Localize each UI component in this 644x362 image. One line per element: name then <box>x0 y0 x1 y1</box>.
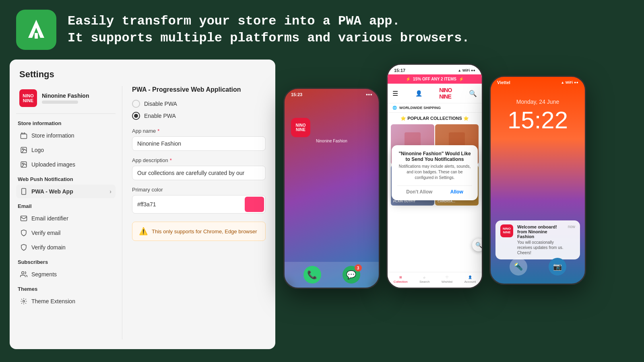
app-name-label: App name * <box>132 128 266 134</box>
phone3-torch-button[interactable]: 🔦 <box>510 258 527 276</box>
primary-color-label: Primary color <box>132 187 266 193</box>
section-label-email: Email <box>16 203 116 209</box>
color-input-wrapper <box>132 195 266 214</box>
required-star: * <box>157 128 159 134</box>
app-description-input[interactable] <box>132 166 266 180</box>
phone3-time: 15:22 <box>491 108 585 132</box>
pwa-icon <box>20 188 27 195</box>
pwa-title: PWA - Progressive Web Application <box>132 86 266 93</box>
store-logo: NINONINE <box>19 89 37 107</box>
app-name-group: App name * <box>132 128 266 151</box>
sidebar-item-verify-email[interactable]: Verify email <box>16 226 116 240</box>
theme-icon <box>20 298 27 305</box>
warning-box: ⚠️ This only supports for Chrome, Edge b… <box>132 222 266 241</box>
sidebar-item-pwa[interactable]: PWA - Web App › <box>16 185 116 198</box>
phone3-date: Monday, 24 June <box>491 99 585 105</box>
phone1-call-button[interactable]: 📞 <box>303 266 321 284</box>
section-web-push: Web Push Notification PWA - Web App › <box>16 176 116 198</box>
warning-icon: ⚠️ <box>139 227 148 236</box>
phone3-camera-button[interactable]: 📷 <box>549 258 566 276</box>
phone2-tab-collection[interactable]: ⊞ Collection <box>394 276 408 284</box>
main-content: Settings NINONINE Ninonine Fashion Store… <box>0 60 644 357</box>
phone2-deny-button[interactable]: Don't Allow <box>406 189 432 195</box>
section-label-store: Store information <box>16 120 116 126</box>
phone1-bottom-bar: 📞 💬 3 <box>285 262 379 288</box>
phone2-tab-search[interactable]: ⌕ Search <box>419 276 429 284</box>
app-name-input[interactable] <box>132 136 266 151</box>
phone1-messages-button[interactable]: 💬 3 <box>343 266 360 284</box>
svg-rect-7 <box>22 189 26 195</box>
phone3-notif-time: now <box>568 224 575 229</box>
sidebar-item-store-information[interactable]: Store information <box>16 129 116 142</box>
phone2-status-icons: ▲ WiFi ●● <box>458 68 475 72</box>
hamburger-icon[interactable]: ☰ <box>392 90 398 97</box>
phone2-search-fab[interactable]: 🔍 <box>472 239 483 251</box>
svg-point-11 <box>23 300 25 302</box>
color-hex-input[interactable] <box>132 197 244 211</box>
phone2-allow-button[interactable]: Allow <box>450 189 463 195</box>
images-icon <box>20 161 27 168</box>
phone1-statusbar: 15:23 ●●● <box>285 89 379 99</box>
phone3-notif-title: Welcome onboard! from Ninonine Fashion <box>517 224 564 239</box>
sidebar-item-uploaded-images[interactable]: Uploaded images <box>16 158 116 171</box>
sidebar-item-email-identifier[interactable]: Email identifier <box>16 212 116 225</box>
header-tagline: Easily transform your store into a PWA a… <box>68 13 470 46</box>
phone1-app-area: NINONINE Ninonine Fashion <box>291 118 372 143</box>
phone2-tab-wishlist[interactable]: ♡ Wishlist <box>442 276 453 284</box>
phones-section: 15:23 ●●● NINONINE Ninonine Fashion 📞 💬 … <box>283 60 634 349</box>
sidebar-item-verify-domain[interactable]: Verify domain <box>16 241 116 254</box>
section-label-webpush: Web Push Notification <box>16 176 116 182</box>
phone1-app-label: Ninonine Fashion <box>291 139 372 143</box>
phone2-collections-title: ⭐ POPULAR COLLECTIONS ⭐ <box>388 113 482 124</box>
phone2-bottombar: ⊞ Collection ⌕ Search ♡ Wishlist 👤 Accou… <box>388 272 482 288</box>
section-email: Email Email identifier Verify email Veri… <box>16 203 116 254</box>
svg-rect-9 <box>21 216 27 221</box>
sidebar-item-logo[interactable]: Logo <box>16 143 116 157</box>
app-logo-icon <box>16 10 56 50</box>
app-description-group: App description * <box>132 157 266 180</box>
segments-icon <box>20 271 27 278</box>
phone2-notif-body: Notifications may include alerts, sounds… <box>397 164 472 181</box>
sidebar-item-theme-extension[interactable]: Theme Extension <box>16 294 116 308</box>
phone2-navbar-user-icon[interactable]: 👤 <box>415 90 422 97</box>
pwa-settings-panel: PWA - Progressive Web Application Disabl… <box>122 86 275 339</box>
phone1-content: NINONINE Ninonine Fashion <box>285 99 379 146</box>
settings-title: Settings <box>10 69 275 86</box>
phone1-app-icon: NINONINE <box>291 118 310 137</box>
settings-panel: Settings NINONINE Ninonine Fashion Store… <box>10 60 275 349</box>
svg-point-6 <box>22 163 23 164</box>
phone3-status-icons: ▲ WiFi ●● <box>561 80 578 84</box>
app-description-label: App description * <box>132 157 266 163</box>
svg-rect-1 <box>35 33 38 39</box>
phone2-search-icon[interactable]: 🔍 <box>469 90 477 97</box>
sidebar-item-segments[interactable]: Segments <box>16 267 116 281</box>
phone2-worldwide: 🌐 WORLDWIDE SHIPPING <box>388 103 482 113</box>
nav-arrow-icon: › <box>109 188 111 195</box>
primary-color-group: Primary color <box>132 187 266 214</box>
phone3-notif-text: Welcome onboard! from Ninonine Fashion Y… <box>517 224 564 255</box>
phone2-notif-title: "Ninonine Fashion" Would Like to Send Yo… <box>397 151 472 162</box>
section-store-info: Store information Store information Logo… <box>16 120 116 171</box>
header: Easily transform your store into a PWA a… <box>0 0 644 60</box>
store-profile: NINONINE Ninonine Fashion <box>16 86 116 114</box>
phone2-tab-account[interactable]: 👤 Account <box>464 276 476 284</box>
settings-body: NINONINE Ninonine Fashion Store informat… <box>10 86 275 339</box>
phone-2: 15:17 ▲ WiFi ●● ⚡ 15% OFF ANY 2 ITEMS ⚡ … <box>386 64 483 289</box>
phone3-notif-logo: NINONINE <box>500 224 513 237</box>
radio-enable-pwa[interactable]: Enable PWA <box>132 112 266 120</box>
store-name: Ninonine Fashion <box>42 93 89 99</box>
phone2-promo-bar: ⚡ 15% OFF ANY 2 ITEMS ⚡ <box>388 74 482 84</box>
verify-email-icon <box>20 229 27 237</box>
svg-point-10 <box>22 272 24 274</box>
section-label-themes: Themes <box>16 286 116 292</box>
store-name-block: Ninonine Fashion <box>42 93 89 104</box>
section-label-subscribers: Subscribers <box>16 259 116 265</box>
logo-icon <box>20 146 27 154</box>
radio-disable-pwa[interactable]: Disable PWA <box>132 100 266 108</box>
phone2-notification-popup: "Ninonine Fashion" Would Like to Send Yo… <box>392 145 478 200</box>
email-icon <box>20 215 27 222</box>
phone2-notif-buttons: Don't Allow Allow <box>397 185 472 195</box>
phone3-notif-body: You will occasionally receives updates f… <box>517 240 564 255</box>
color-swatch[interactable] <box>245 197 264 212</box>
radio-circle-enable <box>132 112 140 120</box>
